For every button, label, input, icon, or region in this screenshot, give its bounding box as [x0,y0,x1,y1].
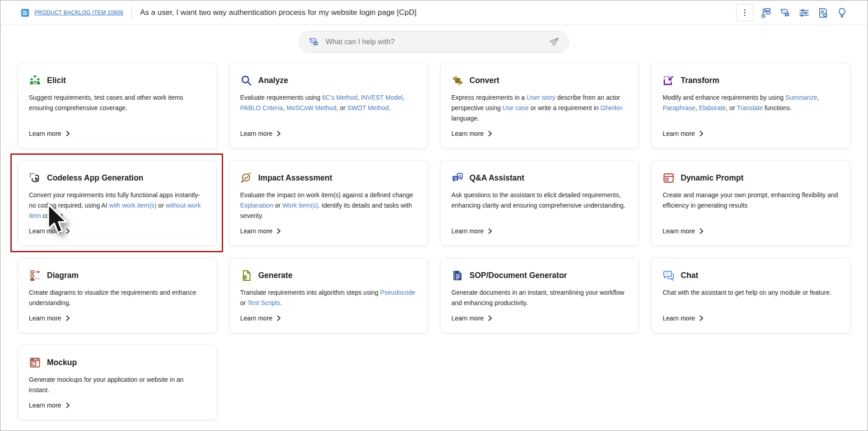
inline-link[interactable]: Elaborate [699,104,726,111]
card-description: Evaluate requirements using 6C's Method,… [240,93,416,113]
learn-more-link[interactable]: Learn more [29,395,70,409]
card-cell-sop-document-generator: SOP/Document GeneratorGenerate documents… [440,258,639,333]
card-title: Q&A Assistant [470,173,524,183]
learn-more-label: Learn more [29,227,61,235]
learn-more-link[interactable]: Learn more [29,308,70,322]
description-text: Generate documents in an instant, stream… [452,289,625,306]
inline-link[interactable]: SWOT Method [347,104,389,111]
feature-card-diagram[interactable]: DiagramCreate diagrams to visualize the … [18,258,217,333]
description-text: Chat with the assistant to get help on a… [663,289,831,296]
card-cell-codeless-app-generation: Codeless App GenerationConvert your requ… [18,160,217,246]
kebab-menu-icon [740,8,749,17]
svg-text:A: A [458,174,461,178]
idea-lightbulb-icon[interactable] [836,7,848,19]
learn-more-link[interactable]: Learn more [29,124,70,137]
inline-link[interactable]: Work item(s) [282,202,318,209]
description-text: . [389,104,391,111]
inline-link[interactable]: Pseudocode [380,289,415,296]
inline-link[interactable]: Explanation [240,202,273,209]
card-header: Elicit [29,74,205,87]
card-header: Transform [663,74,838,87]
ai-workflow-icon[interactable] [761,7,772,19]
chevron-right-icon [66,315,70,321]
inline-link[interactable]: MoSCoW Method [286,104,336,111]
feature-card-chat[interactable]: ChatChat with the assistant to get help … [651,258,850,333]
inline-link[interactable]: Gherkin [600,104,622,111]
learn-more-link[interactable]: Learn more [663,221,704,235]
learn-more-link[interactable]: Learn more [240,124,281,137]
analyze-icon [240,74,252,87]
learn-more-link[interactable]: Learn more [240,221,281,235]
feature-card-dynamic-prompt[interactable]: Dynamic PromptCreate and manage your own… [651,160,850,246]
card-cell-convert: ConvertExpress requirements in a User st… [440,63,639,148]
inline-link[interactable]: Translate [737,104,763,111]
learn-more-link[interactable]: Learn more [29,221,70,235]
inline-link[interactable]: INVEST Model [361,94,402,101]
feature-card-impact-assessment[interactable]: Impact AssessmentEvaluate the impact on … [229,160,428,246]
description-text: or [273,202,282,209]
card-title: Chat [681,271,698,280]
card-title: Convert [470,76,499,85]
more-options-button[interactable] [736,4,753,21]
card-description: Create diagrams to visualize the require… [29,287,205,308]
learn-more-label: Learn more [663,315,695,322]
card-cell-qa-assistant: AQQ&A AssistantAsk questions to the assi… [440,160,639,246]
inline-link[interactable]: 6C's Method [322,94,357,101]
learn-more-link[interactable]: Learn more [240,308,281,322]
bot-assistant-icon [308,37,319,47]
learn-more-label: Learn more [663,227,695,235]
svg-text:</>: </> [32,362,35,365]
bot-assistant-icon[interactable] [779,7,791,19]
card-header: Analyze [240,74,416,87]
inline-link[interactable]: with work item(s) [109,202,156,209]
learn-more-link[interactable]: Learn more [663,308,704,322]
description-text: Express requirements in a [452,94,527,101]
card-title: Diagram [47,271,79,280]
card-description: Generate documents in an instant, stream… [452,287,627,308]
learn-more-link[interactable]: Learn more [452,308,493,322]
description-text: Modify and enhance requirements by using [663,94,785,101]
feature-card-qa-assistant[interactable]: AQQ&A AssistantAsk questions to the assi… [440,160,639,246]
feature-card-elicit[interactable]: ElicitSuggest requirements, test cases a… [18,63,217,148]
feature-card-analyze[interactable]: AnalyzeEvaluate requirements using 6C's … [229,63,428,148]
learn-more-label: Learn more [240,227,273,235]
feature-card-convert[interactable]: ConvertExpress requirements in a User st… [440,63,639,148]
feature-card-sop-document-generator[interactable]: SOP/Document GeneratorGenerate documents… [440,258,639,333]
card-cell-analyze: AnalyzeEvaluate requirements using 6C's … [229,63,428,148]
document-settings-icon[interactable] [817,7,829,19]
card-description: Generate mockups for your application or… [29,375,205,395]
settings-sliders-icon[interactable] [798,7,810,19]
inline-link[interactable]: Summarize [785,94,817,101]
description-text: . [280,299,282,306]
work-item-title: As a user, I want two way authentication… [140,8,727,17]
send-icon[interactable] [549,37,560,47]
inline-link[interactable]: PABLO Criteria [240,104,283,111]
learn-more-label: Learn more [29,315,61,322]
description-text: or write a requirement in [529,104,601,111]
feature-card-generate[interactable]: GenerateTranslate requirements into algo… [229,258,428,333]
feature-card-codeless-app-generation[interactable]: Codeless App GenerationConvert your requ… [18,160,217,246]
header-toolbar [761,7,848,19]
feature-card-transform[interactable]: TransformModify and enhance requirements… [651,63,850,148]
work-item-type-link[interactable]: PRODUCT BACKLOG ITEM 10606 [34,9,123,16]
inline-link[interactable]: Test Scripts [247,299,280,306]
card-description: Convert your requirements into fully fun… [29,190,205,221]
learn-more-link[interactable]: Learn more [452,221,493,235]
description-text: functions. [763,104,792,111]
inline-link[interactable]: User story [527,94,555,101]
card-title: Elicit [47,76,66,85]
header-divider [131,6,132,19]
inline-link[interactable]: Use case [502,104,528,111]
card-title: Dynamic Prompt [681,173,743,183]
inline-link[interactable]: Paraphrase [663,104,695,111]
convert-icon [452,74,464,87]
assistant-prompt-bar[interactable] [299,31,569,53]
chevron-right-icon [700,315,704,321]
description-text: , [357,94,361,101]
learn-more-label: Learn more [452,130,484,137]
feature-card-mockup[interactable]: </>MockupGenerate mockups for your appli… [18,345,217,420]
learn-more-link[interactable]: Learn more [452,124,493,137]
learn-more-link[interactable]: Learn more [663,124,704,137]
card-description: Chat with the assistant to get help on a… [663,287,838,298]
assistant-prompt-input[interactable] [326,38,542,46]
